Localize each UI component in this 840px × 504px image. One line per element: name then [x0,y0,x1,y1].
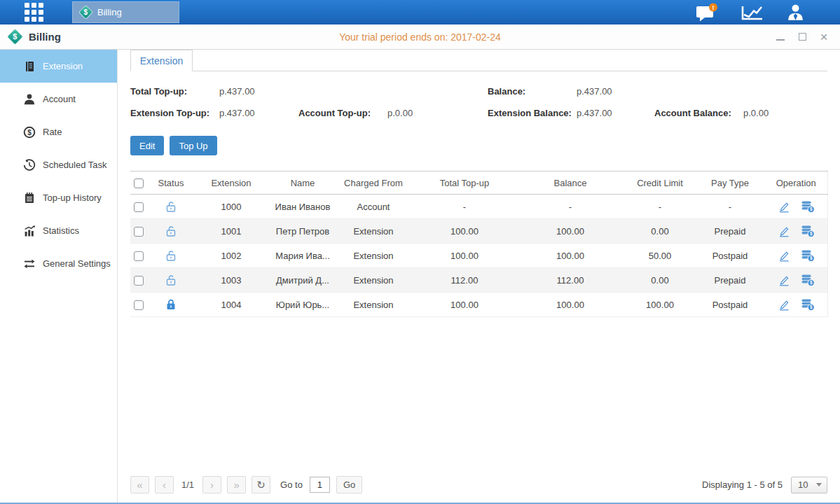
account-topup-value: p.0.00 [387,108,413,118]
cell-extension: 1000 [191,195,272,219]
status-unlocked-icon[interactable] [165,249,177,262]
row-checkbox[interactable] [134,202,144,212]
cell-credit-limit: - [625,195,695,219]
top-up-row-icon[interactable]: $ [801,274,815,287]
top-up-row-icon[interactable]: $ [801,298,815,312]
svg-text:$: $ [810,304,813,310]
sidebar-item-topup-history[interactable]: Top-up History [0,181,117,214]
first-page-button[interactable]: « [130,476,149,493]
table-row: 1000 Иван Иванов Account - - - - $ [130,195,827,219]
header-status: Status [151,172,191,195]
window-controls: × [776,32,829,42]
extension-balance-value: p.437.00 [577,108,612,118]
sidebar-item-general-settings[interactable]: General Settings [0,247,117,280]
account-balance-value: p.0.00 [743,108,769,118]
sidebar-item-statistics[interactable]: Statistics [0,214,117,247]
extensions-table: Status Extension Name Charged From Total… [130,171,828,317]
last-page-button[interactable]: » [227,476,246,493]
table-row: 1002 Мария Ива... Extension 100.00 100.0… [130,244,827,268]
status-unlocked-icon[interactable] [165,200,177,213]
sidebar-item-label: Account [43,94,76,104]
row-checkbox[interactable] [134,227,144,237]
next-page-button[interactable]: › [202,476,221,493]
goto-label: Go to [280,479,303,490]
cell-pay-type: Postpaid [695,293,765,317]
cell-total-topup: 112.00 [413,268,516,293]
cell-pay-type: - [695,195,765,219]
select-all-checkbox[interactable] [134,178,144,188]
cell-charged-from: Account [333,195,413,219]
dollar-circle-icon: $ [23,126,36,139]
account-balance-label: Account Balance: [654,108,743,118]
extension-topup-label: Extension Top-up: [130,108,219,118]
svg-text:$: $ [810,280,813,286]
maximize-button[interactable] [797,32,807,42]
table-header-row: Status Extension Name Charged From Total… [130,172,827,195]
account-topup-label: Account Top-up: [298,108,387,118]
close-button[interactable]: × [819,32,829,42]
edit-row-icon[interactable] [778,298,790,311]
prev-page-button[interactable]: ‹ [155,476,174,493]
topbar-tab-label: Billing [97,7,122,18]
sidebar-item-rate[interactable]: $ Rate [0,115,117,148]
sidebar-item-scheduled-task[interactable]: Scheduled Task [0,148,117,181]
header-pay-type: Pay Type [695,172,765,195]
status-locked-icon[interactable] [165,298,177,311]
cell-charged-from: Extension [333,219,413,244]
page-size-select[interactable]: 10 [791,477,827,493]
top-up-row-icon[interactable]: $ [801,200,815,214]
cell-credit-limit: 100.00 [625,293,695,317]
extension-topup-value: p.437.00 [219,108,255,118]
notepad-icon [23,192,36,204]
cell-total-topup: - [413,195,516,219]
status-unlocked-icon[interactable] [165,225,177,237]
goto-page-input[interactable] [310,477,330,493]
person-icon [23,93,36,106]
bar-chart-icon [23,225,36,237]
go-button[interactable]: Go [336,476,362,493]
top-up-button[interactable]: Top Up [170,136,216,155]
edit-row-icon[interactable] [778,274,790,286]
toolbar: Edit Top Up [130,136,827,155]
cell-credit-limit: 0.00 [625,219,695,244]
total-topup-value: p.437.00 [219,86,255,97]
edit-row-icon[interactable] [778,249,790,262]
header-extension: Extension [191,172,272,195]
topbar-billing-tab[interactable]: $ Billing [72,1,179,23]
tab-extension[interactable]: Extension [130,50,193,71]
cell-total-topup: 100.00 [413,219,516,244]
app-launcher-icon[interactable] [25,3,43,22]
row-checkbox[interactable] [134,251,144,261]
sidebar-item-account[interactable]: Account [0,83,117,115]
header-credit-limit: Credit Limit [625,172,695,195]
sidebar-item-label: Extension [43,61,83,71]
user-account-icon[interactable] [786,4,805,22]
status-unlocked-icon[interactable] [165,274,177,286]
row-checkbox[interactable] [134,300,144,310]
monitor-chart-icon[interactable] [741,4,764,21]
cell-extension: 1004 [191,293,272,317]
edit-row-icon[interactable] [778,225,790,237]
minimize-button[interactable] [776,32,785,42]
row-checkbox[interactable] [134,276,144,286]
sidebar-item-extension[interactable]: Extension [0,50,117,83]
top-up-row-icon[interactable]: $ [801,249,815,262]
balance-label: Balance: [488,86,577,97]
tab-extension-label: Extension [140,55,183,66]
sidebar-item-label: Top-up History [43,192,102,203]
balance-summary: Total Top-up: p.437.00 Balance: p.437.00… [130,80,827,124]
cell-balance: - [516,195,625,219]
top-up-row-icon[interactable]: $ [801,225,815,238]
table-row: 1003 Дмитрий Д... Extension 112.00 112.0… [130,268,827,293]
sidebar-item-label: Scheduled Task [43,160,107,170]
table-row: 1001 Петр Петров Extension 100.00 100.00… [130,219,827,244]
header-total-topup: Total Top-up [413,172,516,195]
edit-row-icon[interactable] [778,200,790,213]
edit-button[interactable]: Edit [130,136,164,155]
cell-name: Иван Иванов [272,195,333,219]
refresh-icon[interactable]: ↻ [252,476,270,493]
displaying-summary: Displaying 1 - 5 of 5 [702,479,783,490]
notifications-icon[interactable]: ! [696,3,718,22]
sidebar: Extension Account $ Rate [0,50,118,503]
top-bar: $ Billing ! [0,0,840,24]
